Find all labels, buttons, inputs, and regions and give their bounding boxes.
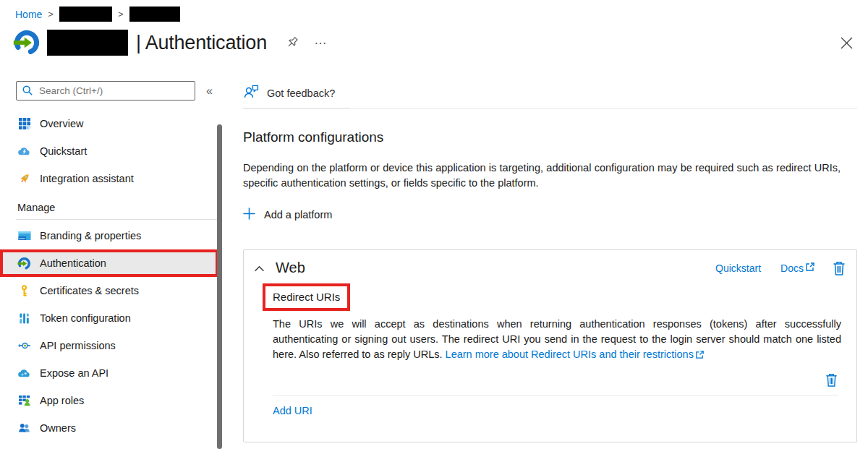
page-title: | Authentication bbox=[136, 32, 267, 54]
token-bars-icon bbox=[17, 312, 31, 325]
plus-icon bbox=[243, 208, 255, 222]
redirect-uris-label-annotated: Redirect URIs bbox=[263, 283, 350, 311]
more-options-icon[interactable]: … bbox=[314, 36, 327, 49]
sidebar-item-label: Expose an API bbox=[40, 367, 109, 379]
docs-link-label: Docs bbox=[780, 262, 804, 274]
add-a-platform-label: Add a platform bbox=[264, 209, 332, 221]
learn-more-link[interactable]: Learn more about Redirect URIs and their… bbox=[446, 348, 694, 360]
sidebar-item-api-permissions[interactable]: API permissions bbox=[0, 332, 218, 359]
breadcrumb-home-link[interactable]: Home bbox=[15, 9, 42, 20]
sidebar-item-owners[interactable]: Owners bbox=[0, 414, 218, 442]
redacted-breadcrumb-item bbox=[129, 7, 180, 22]
quickstart-link[interactable]: Quickstart bbox=[715, 262, 761, 274]
chevron-up-icon[interactable] bbox=[254, 263, 265, 273]
redacted-breadcrumb-item bbox=[59, 7, 112, 22]
sidebar-item-label: Certificates & secrets bbox=[40, 285, 139, 296]
cloud-api-icon bbox=[17, 367, 31, 380]
page-title-bar: | Authentication … bbox=[13, 29, 327, 56]
add-uri-button[interactable]: Add URI bbox=[273, 405, 312, 416]
docs-link[interactable]: Docs bbox=[780, 262, 815, 274]
api-endpoint-icon bbox=[17, 339, 31, 353]
sidebar-item-label: Integration assistant bbox=[40, 173, 134, 184]
add-a-platform-button[interactable]: Add a platform bbox=[243, 208, 332, 222]
delete-platform-trash-icon[interactable] bbox=[832, 260, 846, 276]
sidebar-search-row: « bbox=[16, 81, 226, 101]
breadcrumb-separator: > bbox=[118, 9, 124, 20]
sidebar-item-certificates-secrets[interactable]: Certificates & secrets bbox=[0, 277, 218, 304]
sidebar-item-label: Token configuration bbox=[40, 312, 131, 324]
sidebar-menu: Overview Quickstart bbox=[0, 110, 226, 442]
sidebar-item-app-roles[interactable]: App roles bbox=[0, 387, 218, 414]
web-card-header: Web Quickstart Docs bbox=[254, 260, 846, 276]
authentication-icon bbox=[17, 257, 31, 270]
web-card-title: Web bbox=[276, 260, 305, 276]
sidebar-item-label: Authentication bbox=[40, 257, 106, 269]
external-link-icon bbox=[694, 348, 705, 360]
external-link-icon bbox=[805, 262, 815, 274]
got-feedback-button[interactable]: Got feedback? bbox=[243, 78, 349, 108]
breadcrumb-separator: > bbox=[48, 9, 54, 20]
sidebar-item-expose-an-api[interactable]: Expose an API bbox=[0, 359, 218, 387]
azure-portal-app-authentication-page: Home > > | Authentication … bbox=[0, 0, 868, 449]
sidebar-section-manage: Manage bbox=[0, 198, 226, 217]
sidebar-item-label: App roles bbox=[40, 395, 84, 406]
sidebar-item-label: API permissions bbox=[40, 340, 116, 351]
sidebar-item-label: Branding & properties bbox=[40, 230, 141, 241]
redirect-uris-description: The URIs we will accept as destinations … bbox=[273, 317, 841, 362]
close-icon[interactable] bbox=[841, 37, 853, 52]
overview-grid-icon bbox=[17, 117, 31, 131]
sidebar-item-integration-assistant[interactable]: Integration assistant bbox=[0, 165, 218, 192]
sidebar-section-divider bbox=[16, 219, 217, 220]
sidebar-item-authentication[interactable]: Authentication bbox=[0, 249, 218, 277]
platform-configurations-description: Depending on the platform or device this… bbox=[243, 161, 841, 191]
delete-uri-trash-icon[interactable] bbox=[825, 372, 838, 388]
people-icon bbox=[17, 422, 31, 435]
web-platform-card: Web Quickstart Docs bbox=[243, 249, 857, 442]
app-registration-icon bbox=[13, 29, 41, 56]
search-field-wrap bbox=[16, 81, 195, 101]
sidebar-item-overview[interactable]: Overview bbox=[0, 110, 218, 137]
platform-configurations-title: Platform configurations bbox=[243, 129, 857, 145]
redacted-app-name bbox=[47, 30, 128, 56]
grid-person-icon bbox=[17, 394, 31, 408]
key-icon bbox=[17, 284, 31, 298]
pin-icon[interactable] bbox=[286, 36, 299, 49]
main-content: Got feedback? Platform configurations De… bbox=[243, 78, 857, 442]
feedback-divider bbox=[243, 108, 857, 109]
svg-text:www: www bbox=[19, 237, 25, 240]
browser-www-icon: www bbox=[17, 229, 31, 243]
search-icon bbox=[22, 85, 33, 99]
sidebar-item-branding-properties[interactable]: www Branding & properties bbox=[0, 222, 218, 249]
uri-row-divider bbox=[273, 395, 838, 395]
search-input[interactable] bbox=[16, 81, 195, 101]
collapse-sidebar-icon[interactable]: « bbox=[206, 85, 213, 98]
got-feedback-label: Got feedback? bbox=[267, 87, 335, 99]
sidebar-item-quickstart[interactable]: Quickstart bbox=[0, 137, 218, 165]
sidebar-item-token-configuration[interactable]: Token configuration bbox=[0, 304, 218, 332]
sidebar-item-label: Overview bbox=[40, 118, 83, 129]
sidebar-scrollbar[interactable] bbox=[217, 124, 222, 449]
sidebar: « Overview bbox=[0, 81, 226, 442]
rocket-icon bbox=[17, 172, 31, 186]
sidebar-item-label: Quickstart bbox=[40, 145, 87, 157]
breadcrumb: Home > > bbox=[15, 7, 180, 22]
redirect-uri-row bbox=[273, 370, 838, 389]
web-card-body: Redirect URIs The URIs we will accept as… bbox=[273, 276, 838, 416]
sidebar-item-label: Owners bbox=[40, 422, 76, 434]
feedback-icon bbox=[243, 85, 259, 102]
quickstart-cloud-icon bbox=[17, 145, 31, 158]
